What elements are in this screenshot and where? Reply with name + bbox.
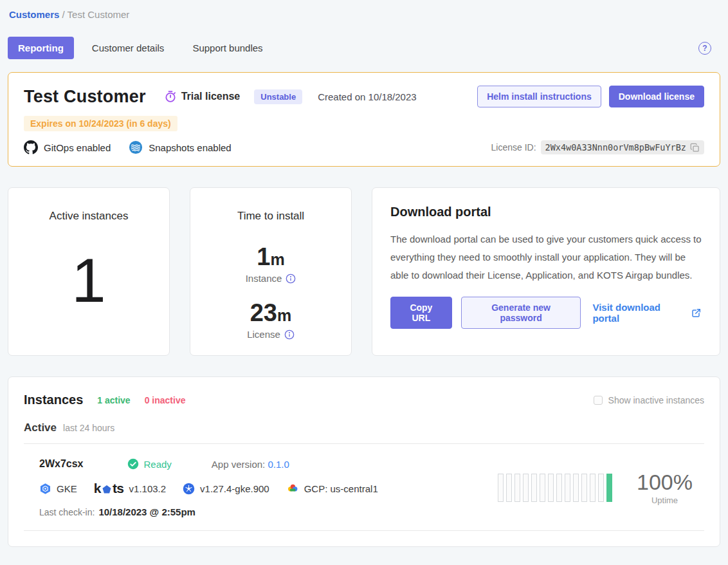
gitops-enabled: GitOps enabled: [24, 140, 111, 154]
download-license-button[interactable]: Download license: [609, 86, 704, 107]
page: Customers / Test Customer Reporting Cust…: [0, 0, 728, 564]
license-type-label: Trial license: [181, 91, 241, 102]
app-version-link[interactable]: 0.1.0: [268, 459, 289, 470]
kots-logo: k ts: [94, 481, 124, 496]
tab-reporting[interactable]: Reporting: [8, 37, 74, 59]
external-link-icon: [691, 308, 702, 318]
cloud-region: GCP: us-central1: [286, 482, 378, 495]
active-instances-title: Active instances: [50, 210, 129, 223]
instance-id: 2Wx7csx: [39, 458, 84, 470]
uptime-bar: [540, 474, 545, 502]
k8s-version-label: v1.27.4-gke.900: [200, 483, 269, 494]
stopwatch-icon: [164, 90, 177, 103]
customer-name: Test Customer: [24, 87, 146, 107]
instance-status-label: Ready: [144, 459, 172, 470]
info-icon[interactable]: [286, 273, 296, 284]
info-icon[interactable]: [284, 329, 295, 340]
gitops-enabled-label: GitOps enabled: [44, 142, 111, 153]
customer-summary-card: Test Customer Trial license Unstable Cre…: [8, 72, 720, 167]
license-id-value: 2Wx4w0A33Nnn0orVm8pBwFuYrBz: [545, 142, 686, 153]
cloud-region-label: GCP: us-central1: [304, 483, 378, 494]
download-portal-description: The download portal can be used to give …: [390, 230, 702, 284]
license-install-time-label: License: [247, 329, 280, 340]
active-count: 1 active: [97, 395, 130, 405]
instances-title: Instances: [24, 393, 83, 407]
visit-download-portal-label: Visit download portal: [592, 302, 687, 324]
helm-install-instructions-button[interactable]: Helm install instructions: [477, 86, 601, 107]
last-checkin-label: Last check-in:: [39, 507, 95, 517]
breadcrumb-separator: /: [62, 9, 65, 20]
download-portal-card: Download portal The download portal can …: [372, 187, 720, 356]
k8s-version: v1.27.4-gke.900: [183, 483, 269, 495]
distribution-label: GKE: [57, 483, 77, 494]
instance-status: Ready: [127, 458, 172, 470]
copy-icon[interactable]: [690, 143, 700, 153]
license-install-time-value: 23: [250, 299, 277, 326]
license-type: Trial license: [164, 90, 241, 103]
uptime-bar: [556, 474, 562, 502]
license-id-label: License ID:: [491, 142, 536, 153]
uptime-bar: [523, 474, 529, 502]
active-instances-card: Active instances 1: [8, 187, 170, 356]
uptime-bar: [531, 474, 537, 502]
snapshots-enabled-label: Snapshots enabled: [149, 142, 231, 153]
uptime-bar: [514, 474, 520, 502]
uptime-bar: [498, 474, 504, 502]
expires-badge: Expires on 10/24/2023 (in 6 days): [24, 116, 177, 131]
created-date: Created on 10/18/2023: [318, 91, 416, 102]
distribution: GKE: [39, 483, 77, 495]
uptime-percentage: 100%: [637, 470, 693, 494]
show-inactive-checkbox[interactable]: [594, 396, 603, 405]
active-instances-value: 1: [71, 250, 105, 311]
license-id-box: 2Wx4w0A33Nnn0orVm8pBwFuYrBz: [541, 140, 704, 154]
gcp-icon: [286, 482, 299, 495]
download-portal-title: Download portal: [390, 205, 702, 219]
instance-row[interactable]: 2Wx7csx Ready App version: 0.1.0: [24, 444, 704, 531]
license-install-time-unit: m: [277, 306, 291, 324]
uptime-bar: [565, 474, 570, 502]
kubernetes-icon: [183, 483, 195, 495]
time-to-install-card: Time to install 1m Instance 23m License: [190, 187, 352, 356]
time-to-install-title: Time to install: [237, 210, 304, 223]
tab-support-bundles[interactable]: Support bundles: [182, 37, 273, 59]
help-icon[interactable]: ?: [698, 42, 711, 55]
kots-version-label: v1.103.2: [129, 483, 167, 494]
github-icon: [24, 140, 44, 154]
uptime-bar: [506, 474, 512, 502]
kots-logo-ts: ts: [113, 481, 124, 496]
kots-logo-k: k: [94, 481, 101, 496]
inactive-count: 0 inactive: [145, 395, 186, 405]
uptime-bar: [590, 474, 596, 502]
snapshots-icon: [129, 140, 149, 154]
snapshots-enabled: Snapshots enabled: [129, 140, 231, 154]
generate-new-password-button[interactable]: Generate new password: [461, 297, 581, 329]
gke-icon: [39, 483, 51, 495]
breadcrumb-current: Test Customer: [68, 9, 130, 20]
instances-card: Instances 1 active 0 inactive Show inact…: [8, 376, 720, 547]
breadcrumb-customers-link[interactable]: Customers: [9, 9, 59, 20]
uptime-label: Uptime: [637, 496, 693, 505]
instance-install-time-value: 1: [257, 243, 270, 270]
active-section-sublabel: last 24 hours: [63, 423, 114, 433]
uptime-bar: [548, 474, 554, 502]
show-inactive-label: Show inactive instances: [608, 395, 704, 405]
channel-badge: Unstable: [254, 89, 302, 104]
tab-customer-details[interactable]: Customer details: [82, 37, 175, 59]
uptime-bar: [606, 474, 612, 502]
check-circle-icon: [127, 458, 139, 470]
app-version-label: App version:: [212, 459, 265, 470]
tab-bar: Reporting Customer details Support bundl…: [8, 37, 720, 59]
instance-install-time-label: Instance: [246, 273, 282, 284]
last-checkin-value: 10/18/2023 @ 2:55pm: [98, 506, 196, 517]
uptime-bars: [498, 474, 612, 502]
last-checkin: Last check-in:10/18/2023 @ 2:55pm: [39, 506, 395, 517]
kots-version: k ts v1.103.2: [94, 481, 166, 496]
visit-download-portal-link[interactable]: Visit download portal: [592, 302, 702, 324]
instance-install-time-unit: m: [270, 250, 284, 268]
uptime-bar: [573, 474, 579, 502]
breadcrumb: Customers / Test Customer: [8, 9, 720, 20]
uptime-bar: [598, 474, 604, 502]
active-section-label: Active: [24, 421, 57, 434]
uptime-bar: [581, 474, 587, 502]
copy-url-button[interactable]: Copy URL: [390, 297, 452, 329]
